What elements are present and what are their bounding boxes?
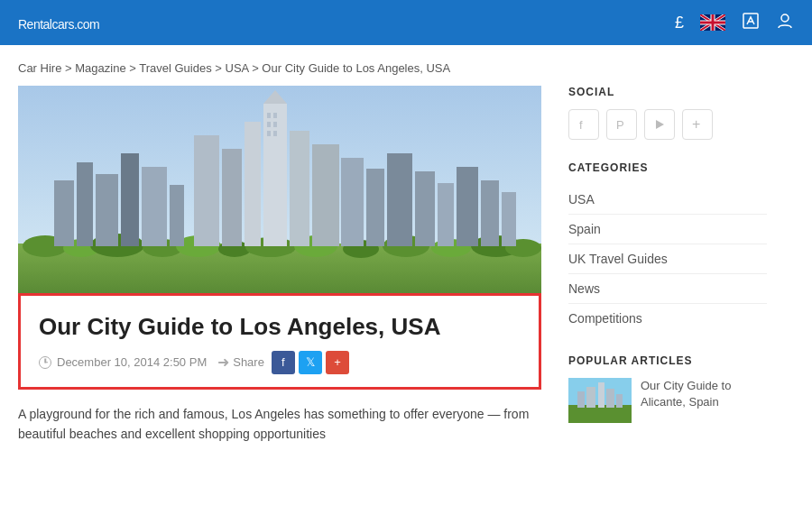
svg-rect-29 <box>290 131 309 246</box>
svg-rect-18 <box>54 180 74 246</box>
popular-article-item: Our City Guide to Alicante, Spain <box>568 378 767 423</box>
svg-rect-26 <box>245 122 261 246</box>
currency-icon[interactable]: £ <box>675 14 684 32</box>
breadcrumb-car-hire[interactable]: Car Hire <box>18 61 61 75</box>
user-icon[interactable] <box>776 12 794 34</box>
article-body-text: A playground for the rich and famous, Lo… <box>18 404 541 445</box>
category-item-spain[interactable]: Spain <box>568 215 767 244</box>
article-body: A playground for the rich and famous, Lo… <box>18 404 541 445</box>
popular-articles-section: POPULAR ARTICLES Our City Guide to Alica… <box>568 354 767 423</box>
svg-rect-54 <box>606 389 614 408</box>
social-icons: f P + <box>568 109 767 140</box>
svg-rect-36 <box>457 167 478 246</box>
svg-rect-40 <box>273 113 277 118</box>
categories-section: CATEGORIES USA Spain UK Travel Guides Ne… <box>568 161 767 333</box>
share-label: Share <box>233 355 264 369</box>
svg-rect-23 <box>170 185 184 246</box>
share-arrow-icon: ➜ <box>217 354 229 371</box>
svg-rect-53 <box>598 382 604 408</box>
category-item-news[interactable]: News <box>568 274 767 304</box>
share-facebook-button[interactable]: f <box>272 351 295 374</box>
date-text: December 10, 2014 2:50 PM <box>57 355 207 369</box>
hero-image <box>18 86 541 293</box>
svg-rect-55 <box>616 394 623 408</box>
left-content: Our City Guide to Los Angeles, USA Decem… <box>18 86 541 445</box>
svg-rect-43 <box>267 131 271 136</box>
share-icons: f 𝕏 + <box>272 351 349 374</box>
share-section: ➜ Share f 𝕏 + <box>217 351 349 374</box>
site-logo[interactable]: Rentalcars.com <box>18 13 99 33</box>
svg-text:P: P <box>616 118 624 131</box>
svg-marker-47 <box>656 120 664 129</box>
article-meta: December 10, 2014 2:50 PM ➜ Share f 𝕏 + <box>39 351 521 374</box>
share-plus-button[interactable]: + <box>326 351 349 374</box>
svg-rect-34 <box>415 171 435 246</box>
svg-rect-32 <box>366 169 384 246</box>
svg-rect-35 <box>438 183 454 246</box>
svg-rect-42 <box>273 122 277 127</box>
svg-rect-24 <box>194 135 219 246</box>
language-flag-icon[interactable] <box>700 14 725 31</box>
svg-rect-22 <box>142 167 167 246</box>
svg-text:f: f <box>579 118 583 131</box>
category-item-usa[interactable]: USA <box>568 185 767 215</box>
svg-point-2 <box>781 14 789 22</box>
header-icons: £ <box>675 12 794 34</box>
logo-text: Rentalcars <box>18 17 74 32</box>
article-date: December 10, 2014 2:50 PM <box>39 355 207 369</box>
categories-section-title: CATEGORIES <box>568 161 767 174</box>
popular-articles-title: POPULAR ARTICLES <box>568 354 767 367</box>
breadcrumb-current: Our City Guide to Los Angeles, USA <box>262 61 450 75</box>
svg-rect-25 <box>222 149 242 246</box>
svg-rect-30 <box>312 144 339 246</box>
category-list: USA Spain UK Travel Guides News Competit… <box>568 185 767 333</box>
svg-rect-52 <box>586 387 595 408</box>
popular-article-thumbnail <box>568 378 632 423</box>
social-pinterest-icon[interactable]: P <box>606 109 637 140</box>
breadcrumb-travel-guides[interactable]: Travel Guides <box>139 61 211 75</box>
main-layout: Our City Guide to Los Angeles, USA Decem… <box>0 86 812 463</box>
svg-rect-38 <box>502 192 516 246</box>
svg-rect-20 <box>96 174 118 246</box>
svg-rect-33 <box>387 153 412 246</box>
breadcrumb: Car Hire > Magazine > Travel Guides > US… <box>0 45 812 86</box>
svg-rect-39 <box>267 113 271 118</box>
svg-rect-21 <box>121 153 139 246</box>
right-sidebar: SOCIAL f P + <box>568 86 767 445</box>
svg-rect-37 <box>481 180 499 246</box>
svg-rect-31 <box>341 158 364 246</box>
social-youtube-icon[interactable] <box>644 109 675 140</box>
social-facebook-icon[interactable]: f <box>568 109 599 140</box>
category-item-uk-travel[interactable]: UK Travel Guides <box>568 244 767 274</box>
logo-suffix: .com <box>74 17 99 32</box>
category-item-competitions[interactable]: Competitions <box>568 304 767 333</box>
svg-rect-44 <box>273 131 277 136</box>
svg-rect-41 <box>267 122 271 127</box>
clock-icon <box>39 356 51 369</box>
svg-text:+: + <box>692 118 700 131</box>
social-plus-icon[interactable]: + <box>682 109 713 140</box>
svg-rect-51 <box>577 391 585 408</box>
popular-article-text[interactable]: Our City Guide to Alicante, Spain <box>641 378 767 410</box>
article-title: Our City Guide to Los Angeles, USA <box>39 312 521 342</box>
article-header-box: Our City Guide to Los Angeles, USA Decem… <box>18 293 541 390</box>
edit-icon[interactable] <box>742 12 760 34</box>
share-twitter-button[interactable]: 𝕏 <box>299 351 322 374</box>
social-section-title: SOCIAL <box>568 86 767 98</box>
social-section: SOCIAL f P + <box>568 86 767 140</box>
svg-rect-19 <box>77 162 93 246</box>
main-header: Rentalcars.com £ <box>0 0 812 45</box>
breadcrumb-magazine[interactable]: Magazine <box>75 61 125 75</box>
breadcrumb-usa[interactable]: USA <box>226 61 249 75</box>
